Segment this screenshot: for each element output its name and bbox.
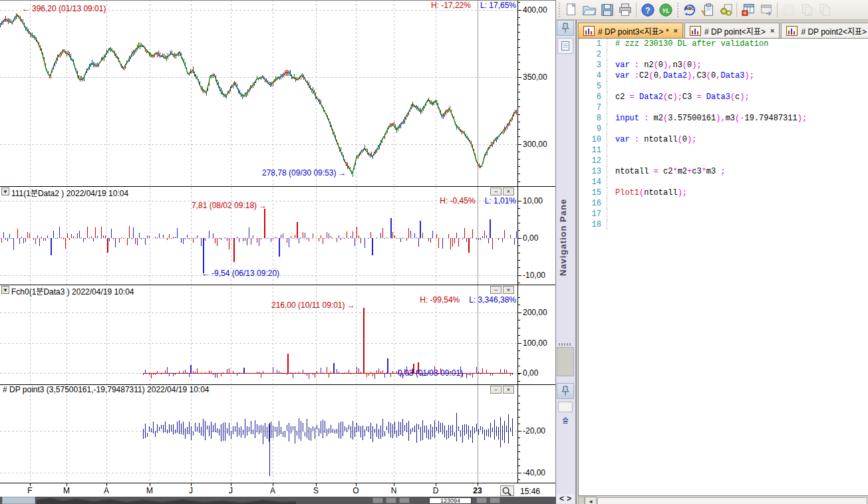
panel-dropdown-button[interactable]: ▼	[1, 188, 9, 195]
code-token	[630, 71, 635, 80]
line-number: 2	[579, 49, 607, 60]
editor-tab-3[interactable]: # DP point2<지표>	[781, 23, 868, 38]
code-token: 0	[654, 71, 658, 80]
line-number: 10	[579, 134, 607, 145]
collapsed-pane-icon[interactable]: 슬	[557, 415, 573, 427]
pin-button[interactable]	[557, 383, 574, 399]
scrollbar-gripper[interactable]	[578, 497, 585, 504]
tab-close-icon[interactable]: ×	[672, 27, 678, 35]
chart-annotation: ←-9,54 (06/13 09:20)	[200, 269, 279, 278]
panel-minimize-button[interactable]: −	[490, 286, 502, 294]
chart-file-icon	[786, 26, 797, 36]
code-line: 12	[579, 156, 868, 166]
pin-icon	[561, 23, 570, 33]
panel-title: Fch0(1분Data3 ) 2022/04/19 10:04	[11, 285, 134, 297]
tab-close-icon[interactable]: ×	[769, 27, 774, 35]
high-label: H: -99,54%	[420, 295, 460, 305]
svg-text:ABC: ABC	[685, 6, 694, 11]
y-axis-label: -20,00	[523, 426, 545, 436]
status-mini-button[interactable]	[476, 497, 487, 503]
collapsed-pane-button[interactable]	[558, 402, 573, 412]
scrollbar-thumb[interactable]	[597, 497, 867, 504]
function-settings-button[interactable]	[716, 1, 734, 19]
code-editor[interactable]: 1# zzz 230130 DL after validation23var :…	[578, 38, 868, 496]
code-token: ,	[658, 71, 663, 80]
status-mini-button[interactable]	[386, 497, 396, 503]
panel-minimize-button[interactable]: −	[490, 188, 502, 195]
code-token	[630, 135, 635, 144]
code-token	[635, 92, 639, 102]
status-mini-button[interactable]	[399, 497, 410, 503]
y-axis-label: -40,00	[523, 468, 545, 477]
code-token: C2	[639, 71, 649, 80]
new-file-button[interactable]	[562, 1, 580, 19]
low-label: L: 3,346,38%	[469, 295, 516, 305]
panel-close-button[interactable]: ×	[503, 286, 514, 294]
new-file-icon	[564, 3, 579, 17]
scroll-left-button[interactable]: ◄	[585, 497, 597, 504]
line-number: 6	[579, 92, 607, 102]
code-line: 3var : n2(0),n3(0);	[579, 60, 868, 70]
script-editor-window: # DP point3<지표> *×# DP point<지표>×# DP po…	[576, 20, 868, 504]
code-token: c2	[658, 167, 673, 176]
code-line: 4var :C2(0,Data2),C3(0,Data3);	[579, 70, 868, 81]
help-button[interactable]: ?	[639, 1, 656, 19]
code-line: 7	[579, 102, 868, 113]
select-region-button	[780, 1, 797, 19]
chart-annotation: 216,00 (10/11 09:01)→	[271, 301, 357, 310]
horizontal-scrollbar: ◄	[578, 497, 868, 504]
code-token: ;	[720, 167, 725, 176]
x-axis-label: D	[426, 486, 445, 495]
panel-close-button[interactable]: ×	[503, 188, 514, 195]
x-axis-label: J	[182, 486, 200, 495]
code-line: 17	[579, 209, 868, 219]
svg-text:?: ?	[645, 5, 651, 15]
line-number: 13	[579, 166, 607, 177]
code-token: ntotall	[615, 167, 654, 176]
code-token: );	[797, 114, 807, 123]
open-button[interactable]	[580, 1, 598, 19]
status-mini-button[interactable]	[490, 497, 500, 503]
annotation-arrow: →	[336, 168, 348, 178]
x-axis-label: S	[307, 486, 325, 495]
panel-close-button[interactable]: ×	[503, 386, 514, 394]
editor-tab-1[interactable]: # DP point3<지표> *×	[578, 23, 683, 38]
tab-label: # DP point<지표>	[704, 25, 766, 37]
navigation-pane-label[interactable]: Navigation Pane	[558, 123, 568, 276]
scroll-left-arrow[interactable]: <	[559, 494, 564, 503]
print-button[interactable]	[616, 1, 634, 19]
line-number: 14	[579, 177, 607, 188]
zoom-button[interactable]	[500, 485, 514, 496]
code-token: Data3	[720, 71, 744, 80]
editor-tab-bar: # DP point3<지표> *×# DP point<지표>×# DP po…	[578, 21, 868, 38]
code-token: );	[672, 92, 682, 102]
scroll-right-arrow[interactable]: >	[567, 494, 571, 503]
code-line: 16	[579, 198, 868, 209]
chart-overlay: 400,00350,00300,00H: -17,22%L: 17,65%←39…	[0, 0, 556, 497]
save-button[interactable]	[598, 1, 616, 19]
status-left-box[interactable]	[2, 497, 35, 504]
pin-icon	[561, 386, 570, 396]
verify-script-button[interactable]	[698, 1, 716, 19]
code-token	[702, 92, 706, 102]
chart-file-icon	[690, 26, 701, 36]
panel-dropdown-button[interactable]: ▼	[1, 286, 9, 294]
status-mini-button[interactable]	[372, 497, 383, 503]
yl-button[interactable]: YL	[656, 1, 674, 19]
editor-tab-2[interactable]: # DP point<지표>×	[684, 23, 780, 38]
apply-to-chart-icon	[741, 3, 756, 17]
code-token: =	[654, 167, 658, 176]
document-pane-button[interactable]	[557, 38, 573, 54]
apply-to-chart-button[interactable]	[739, 1, 757, 19]
status-value-box[interactable]: 123094	[429, 497, 472, 504]
code-token: var	[615, 71, 630, 80]
splitter-grip[interactable]	[559, 343, 572, 346]
spellcheck-button[interactable]: ABC	[680, 1, 698, 19]
toolbar-separator	[736, 3, 737, 17]
pin-button[interactable]	[557, 20, 574, 36]
line-number: 3	[579, 60, 607, 70]
panel-minimize-button[interactable]: −	[490, 386, 502, 394]
data-table-button[interactable]	[757, 1, 775, 19]
code-line: 18	[579, 219, 868, 230]
code-line: 5	[579, 81, 868, 92]
